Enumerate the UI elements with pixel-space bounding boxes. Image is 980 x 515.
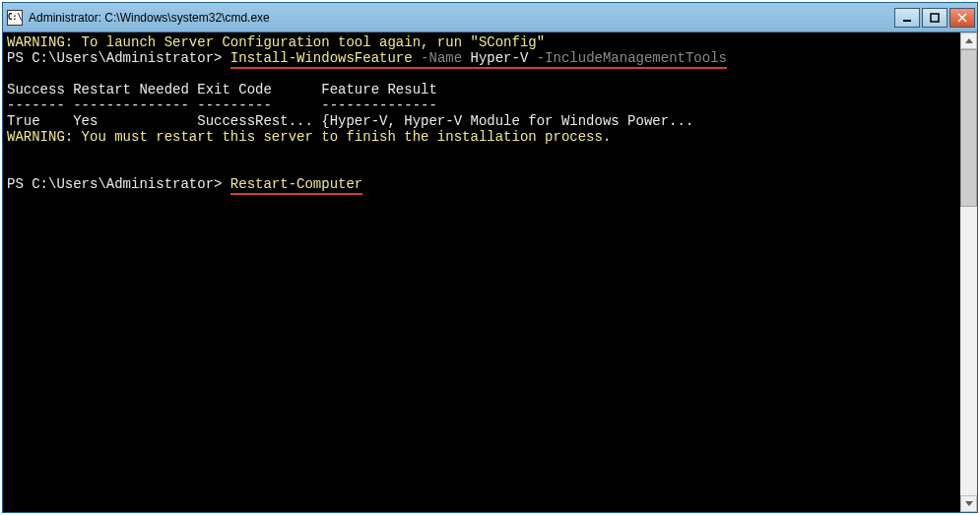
app-icon: C:\ <box>7 10 23 26</box>
warning-line-1: WARNING: To launch Server Configuration … <box>7 34 545 50</box>
minimize-icon <box>902 13 912 23</box>
prompt-2: PS C:\Users\Administrator> <box>7 176 230 192</box>
scroll-up-button[interactable] <box>960 32 977 49</box>
cmd1-sp1 <box>413 50 421 69</box>
svg-rect-1 <box>931 14 939 22</box>
scroll-track[interactable] <box>960 49 977 495</box>
cmd1-param-name: -Name <box>421 50 462 69</box>
cmd2-command: Restart-Computer <box>230 176 362 195</box>
scroll-down-button[interactable] <box>960 495 977 512</box>
client-area: WARNING: To launch Server Configuration … <box>3 32 977 512</box>
chevron-up-icon <box>965 38 973 43</box>
close-icon <box>957 13 967 23</box>
cmd1-arg-hyperv: Hyper-V <box>471 50 529 69</box>
chevron-down-icon <box>965 501 973 506</box>
cmd1-command: Install-WindowsFeature <box>230 50 413 69</box>
maximize-icon <box>930 13 940 23</box>
table-row: True Yes SuccessRest... {Hyper-V, Hyper-… <box>7 113 693 129</box>
table-divider: ------- -------------- --------- -------… <box>7 97 437 113</box>
minimize-button[interactable] <box>894 8 920 28</box>
cmd1-param-include: -IncludeManagementTools <box>537 50 727 69</box>
window-title: Administrator: C:\Windows\system32\cmd.e… <box>29 11 894 25</box>
console-output[interactable]: WARNING: To launch Server Configuration … <box>3 32 960 512</box>
vertical-scrollbar[interactable] <box>960 32 977 512</box>
svg-rect-0 <box>903 20 911 22</box>
scroll-thumb[interactable] <box>960 49 977 207</box>
window-controls <box>894 8 975 28</box>
cmd-window: C:\ Administrator: C:\Windows\system32\c… <box>2 2 978 513</box>
table-header: Success Restart Needed Exit Code Feature… <box>7 82 437 97</box>
close-button[interactable] <box>949 8 975 28</box>
maximize-button[interactable] <box>922 8 947 28</box>
cmd1-sp3 <box>528 50 536 69</box>
cmd1-sp2 <box>462 50 470 69</box>
prompt-1: PS C:\Users\Administrator> <box>7 50 230 66</box>
title-bar[interactable]: C:\ Administrator: C:\Windows\system32\c… <box>3 3 977 32</box>
warning-line-2: WARNING: You must restart this server to… <box>7 129 611 145</box>
